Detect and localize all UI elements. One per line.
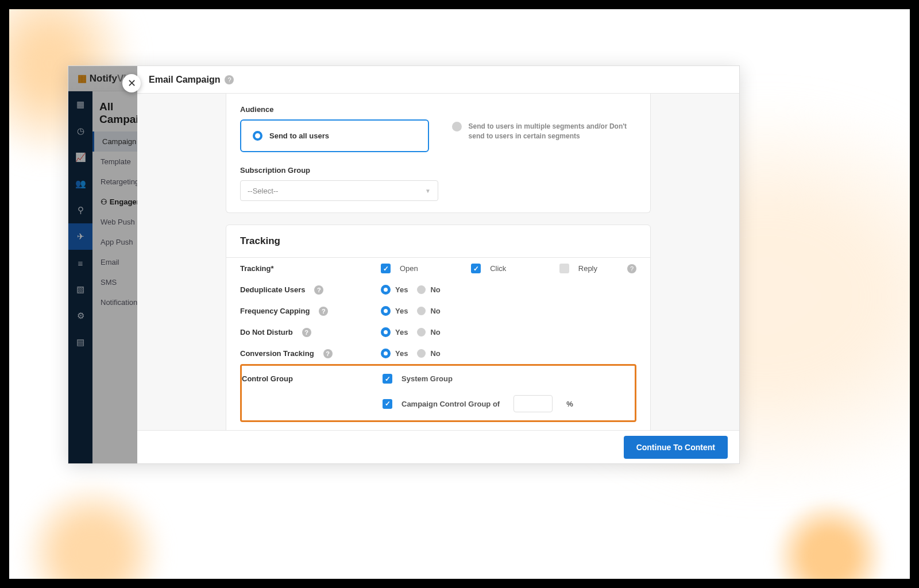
audience-option-segments[interactable]: Send to users in multiple segments and/o… [452, 119, 636, 141]
radio-dedupe-yes[interactable] [381, 285, 391, 295]
close-button[interactable]: ✕ [122, 74, 141, 92]
audience-card: Audience Send to all users Send to users… [226, 94, 651, 213]
tracking-title: Tracking [226, 225, 650, 258]
help-icon[interactable]: ? [225, 75, 234, 84]
help-icon[interactable]: ? [319, 307, 328, 316]
audience-option-all[interactable]: Send to all users [240, 119, 429, 152]
radio-conv-no[interactable] [417, 349, 426, 358]
bg-decor [772, 498, 887, 579]
help-icon[interactable]: ? [323, 349, 333, 358]
radio-freq-no[interactable] [417, 307, 426, 315]
radio-dnd-no[interactable] [417, 328, 426, 336]
modal-title: Email Campaign [149, 75, 220, 85]
help-icon[interactable]: ? [302, 328, 311, 337]
audience-label: Audience [240, 105, 636, 114]
checkbox-system-group[interactable] [383, 374, 392, 384]
tracking-card: Tracking Tracking* Open Click Reply ? [226, 225, 651, 430]
radio-conv-yes[interactable] [381, 349, 391, 358]
dnd-label: Do Not Disturb [240, 328, 293, 336]
control-percent-input[interactable] [513, 395, 553, 412]
chevron-down-icon: ▼ [425, 188, 431, 194]
radio-dnd-yes[interactable] [381, 327, 391, 337]
radio-on-icon [253, 131, 262, 141]
freqcap-label: Frequency Capping [240, 307, 310, 315]
radio-freq-yes[interactable] [381, 306, 391, 316]
continue-button[interactable]: Continue To Content [624, 436, 728, 459]
modal-footer: Continue To Content [137, 430, 739, 463]
checkbox-open[interactable] [381, 264, 391, 273]
radio-off-icon [452, 122, 462, 131]
modal-header: Email Campaign ? [137, 66, 739, 94]
bg-decor [21, 481, 164, 579]
email-campaign-modal: ✕ Email Campaign ? Audience Send to all … [137, 66, 739, 463]
app-window: ▦ NotifyVisitors ▦ ◷ 📈 👥 ⚲ ✈ ≡ ▧ ⚙ ▤ All… [68, 65, 740, 464]
conv-label: Conversion Tracking [240, 349, 314, 358]
dedupe-label: Deduplicate Users [240, 285, 305, 294]
modal-body: Audience Send to all users Send to users… [137, 94, 739, 430]
radio-dedupe-no[interactable] [417, 285, 426, 294]
help-icon[interactable]: ? [314, 285, 323, 295]
subscription-group-select[interactable]: --Select-- ▼ [240, 180, 438, 201]
subscription-group-label: Subscription Group [240, 166, 636, 175]
help-icon[interactable]: ? [627, 264, 636, 273]
control-group-highlight: Control Group System Group Campaign Cont… [240, 364, 636, 422]
checkbox-reply[interactable] [559, 264, 569, 273]
checkbox-campaign-control[interactable] [383, 399, 392, 409]
checkbox-click[interactable] [471, 264, 481, 273]
control-label: Control Group [242, 374, 383, 383]
tracking-label: Tracking* [240, 264, 381, 273]
